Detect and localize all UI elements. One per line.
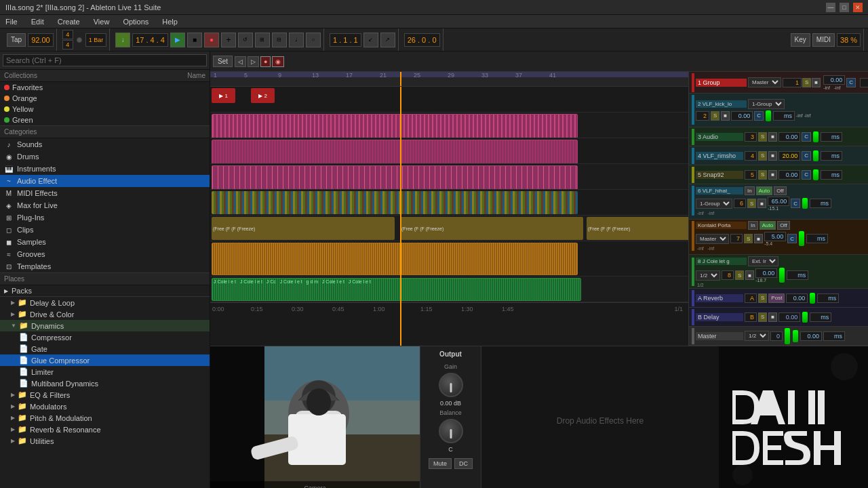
track-2-routing[interactable]: 1-Group	[748, 99, 785, 109]
loop-display[interactable]: 1 Bar	[85, 33, 107, 47]
cat-drums[interactable]: ◉ Drums	[0, 150, 210, 163]
tree-pitch-mod[interactable]: ▶ 📁 Pitch & Modulation	[0, 412, 210, 424]
cat-max-for-live[interactable]: ◈ Max for Live	[0, 199, 210, 211]
track-2-solo[interactable]: S	[711, 111, 719, 121]
master-routing[interactable]: 1/2	[745, 331, 769, 341]
arrangement-view-button[interactable]: ↓	[115, 33, 130, 47]
tree-dynamics[interactable]: ▼ 📁 Dynamics	[0, 320, 210, 331]
tap-button[interactable]: Tap	[7, 33, 26, 47]
track-8-row[interactable]: J Cole l e t J Cole l e t J Cc J Cole l …	[210, 277, 688, 302]
track-6-mute[interactable]: ■	[757, 199, 766, 208]
menu-file[interactable]: File	[3, 16, 20, 27]
tree-reverb-resonance[interactable]: ▶ 📁 Reverb & Resonance	[0, 424, 210, 435]
track-2-row[interactable]	[210, 113, 688, 138]
track-1-mute[interactable]: ■	[812, 78, 821, 87]
cat-midi-effects[interactable]: M MIDI Effects	[0, 187, 210, 199]
track-7-routing[interactable]: Master	[696, 234, 729, 244]
track-4-name[interactable]: 4 VLF_rimsho	[696, 152, 743, 160]
timesig-bot[interactable]: 4	[62, 40, 73, 49]
cat-clips[interactable]: ◻ Clips	[0, 224, 210, 236]
track-1-routing[interactable]: Master	[748, 77, 781, 87]
off-button[interactable]: Off	[774, 186, 787, 195]
tree-multiband[interactable]: 📄 Multiband Dynamics	[0, 378, 210, 389]
cat-templates[interactable]: ⊡ Templates	[0, 260, 210, 272]
collection-favorites[interactable]: Favorites	[0, 82, 210, 93]
tree-eq-filters[interactable]: ▶ 📁 EQ & Filters	[0, 389, 210, 401]
track-8-routing2[interactable]: 1/2	[696, 270, 720, 281]
track-7-row[interactable]	[210, 241, 688, 277]
back-button[interactable]: ◁	[235, 56, 246, 67]
track-5-c[interactable]: C	[802, 170, 811, 180]
track-7-in[interactable]: In	[748, 221, 758, 230]
track-7-off[interactable]: Off	[777, 221, 790, 230]
track-3-mute[interactable]: ■	[768, 132, 777, 142]
key-button[interactable]: Key	[791, 33, 810, 47]
close-button[interactable]: ✕	[853, 3, 863, 12]
menu-edit[interactable]: Edit	[28, 16, 47, 27]
tree-utilities[interactable]: ▶ 📁 Utilities	[0, 435, 210, 447]
track-1-row[interactable]: ▶ 1 ▶ 2	[210, 87, 688, 113]
track-a-name[interactable]: A Reverb	[696, 294, 743, 302]
tree-modulators[interactable]: ▶ 📁 Modulators	[0, 401, 210, 412]
track-master-name[interactable]: Master	[696, 332, 743, 340]
track-6-c[interactable]: C	[791, 199, 800, 208]
stop-button[interactable]: ■	[187, 33, 202, 47]
tree-limiter[interactable]: 📄 Limiter	[0, 366, 210, 378]
record-mode-button[interactable]: ●	[260, 56, 271, 67]
tree-compressor[interactable]: 📄 Compressor	[0, 331, 210, 343]
position-display[interactable]: 17 . 4 . 4	[132, 33, 168, 47]
cat-sounds[interactable]: ♪ Sounds	[0, 138, 210, 150]
track-6-name[interactable]: 6 VLF_hihat_	[696, 187, 743, 195]
mute-button[interactable]: Mute	[429, 458, 452, 469]
track-7-solo[interactable]: S	[744, 234, 753, 243]
tree-gate[interactable]: 📄 Gate	[0, 343, 210, 354]
clip-kick-1[interactable]	[212, 114, 578, 138]
play-button[interactable]: ▶	[170, 33, 185, 47]
track-8-name[interactable]: 8 J Cole let g	[696, 258, 747, 265]
track-a-solo[interactable]: S	[758, 293, 767, 303]
track-2-c[interactable]: C	[754, 111, 764, 121]
track-1-name[interactable]: 1 Group	[696, 79, 747, 87]
track-7-mute[interactable]: ■	[754, 234, 763, 243]
track-3-c[interactable]: C	[802, 132, 811, 142]
maximize-button[interactable]: □	[840, 3, 849, 12]
clip-snap-1[interactable]	[212, 191, 578, 214]
metronome-button[interactable]: ♩	[289, 33, 304, 47]
bpm-display[interactable]: 92.00	[28, 33, 54, 47]
gain-knob[interactable]	[439, 373, 463, 397]
track-4-solo[interactable]: S	[758, 151, 767, 161]
clip-rim-1[interactable]	[212, 165, 578, 190]
clip-jcole-1[interactable]: J Cole l e t J Cole l e t J Cc J Cole l …	[212, 278, 581, 301]
forward-button[interactable]: ▷	[248, 56, 259, 67]
collection-orange[interactable]: Orange	[0, 93, 210, 104]
track-1-c[interactable]: C	[846, 78, 856, 87]
track-8-routing[interactable]: Ext. In	[748, 256, 778, 266]
tree-drive-color[interactable]: ▶ 📁 Drive & Color	[0, 308, 210, 320]
track-7-auto[interactable]: Auto	[760, 221, 776, 230]
track-b-name[interactable]: B Delay	[696, 313, 743, 321]
track-7-name[interactable]: Kontakt Porta	[696, 222, 747, 229]
cat-instruments[interactable]: 🎹 Instruments	[0, 163, 210, 175]
track-4-row[interactable]	[210, 164, 688, 190]
set-button[interactable]: Set	[213, 56, 233, 67]
track-6-solo[interactable]: S	[747, 199, 756, 208]
track-5-name[interactable]: 5 Snap92	[696, 171, 743, 179]
track-4-mute[interactable]: ■	[768, 151, 777, 161]
tree-delay-loop[interactable]: ▶ 📁 Delay & Loop	[0, 297, 210, 308]
collection-yellow[interactable]: Yellow	[0, 104, 210, 115]
track-3-solo[interactable]: S	[758, 132, 767, 142]
overdub-button[interactable]: ◉	[272, 56, 284, 67]
record-button[interactable]: ●	[204, 33, 219, 47]
track-5-mute[interactable]: ■	[768, 170, 777, 180]
add-button[interactable]: +	[221, 33, 236, 47]
menu-help[interactable]: Help	[159, 16, 180, 27]
minimize-button[interactable]: —	[826, 3, 835, 12]
balance-knob[interactable]	[439, 419, 463, 443]
search-input[interactable]	[3, 54, 207, 66]
track-4-c[interactable]: C	[802, 151, 811, 161]
midi-button[interactable]: MIDI	[812, 33, 835, 47]
menu-create[interactable]: Create	[55, 16, 83, 27]
cat-samples[interactable]: ◼ Samples	[0, 236, 210, 248]
cat-audio-effect[interactable]: ~ Audio Effect	[0, 175, 210, 187]
cat-grooves[interactable]: ≈ Grooves	[0, 248, 210, 260]
